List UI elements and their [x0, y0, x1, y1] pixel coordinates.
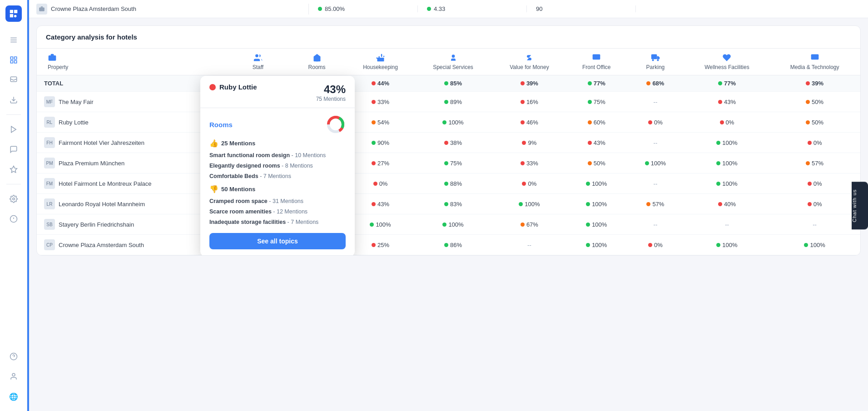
col-header-frontoffice: Front Office — [567, 49, 626, 75]
table-cell[interactable]: 0% — [346, 173, 414, 194]
cell-dot — [444, 141, 448, 145]
see-all-topics-button[interactable]: See all topics — [209, 233, 346, 249]
hotel-avatar: MF — [44, 96, 55, 107]
table-cell[interactable]: 89% — [415, 92, 492, 112]
table-cell[interactable]: 60% — [567, 112, 626, 133]
tooltip-mentions-total: 75 Mentions — [316, 96, 346, 102]
sidebar-item-list[interactable] — [5, 31, 23, 49]
table-cell[interactable]: -- — [685, 214, 769, 235]
table-cell[interactable]: 100% — [769, 235, 860, 255]
table-cell[interactable]: 54% — [346, 112, 414, 133]
table-cell[interactable]: 50% — [567, 153, 626, 173]
cell-dot — [806, 100, 810, 104]
table-cell[interactable]: -- — [491, 235, 567, 255]
sidebar-item-settings[interactable] — [5, 190, 23, 208]
table-cell[interactable]: 100% — [685, 235, 769, 255]
sidebar-item-download[interactable] — [5, 91, 23, 109]
svg-point-17 — [12, 373, 15, 376]
table-cell[interactable]: 100% — [567, 194, 626, 214]
table-cell[interactable]: 88% — [415, 173, 492, 194]
table-cell[interactable]: 57% — [769, 153, 860, 173]
mention-item: Elegantly designed rooms - 8 Mentions — [209, 162, 346, 170]
table-cell[interactable]: 0% — [626, 235, 685, 255]
tooltip-positive-count: 25 Mentions — [221, 140, 255, 147]
cell-dot — [522, 141, 526, 145]
table-cell[interactable]: 27% — [346, 153, 414, 173]
table-cell[interactable]: 85% — [415, 75, 492, 92]
table-cell[interactable]: 100% — [626, 153, 685, 173]
table-cell[interactable]: 33% — [346, 92, 414, 112]
table-cell[interactable]: -- — [769, 214, 860, 235]
cell-dot — [521, 81, 525, 85]
app-logo[interactable] — [5, 5, 22, 22]
sidebar-item-account[interactable] — [5, 367, 23, 386]
table-cell[interactable]: 44% — [346, 75, 414, 92]
table-cell[interactable]: 0% — [769, 133, 860, 153]
table-cell[interactable]: 68% — [626, 75, 685, 92]
table-cell[interactable]: 100% — [415, 214, 492, 235]
sidebar-item-grid[interactable] — [5, 51, 23, 69]
table-cell[interactable]: 67% — [491, 214, 567, 235]
sidebar-item-help[interactable] — [5, 347, 23, 366]
table-cell[interactable]: 39% — [769, 75, 860, 92]
chat-with-us-button[interactable]: Chat with us — [852, 182, 868, 229]
table-cell[interactable]: 57% — [626, 194, 685, 214]
table-cell[interactable]: 50% — [769, 112, 860, 133]
table-cell[interactable]: 9% — [491, 133, 567, 153]
table-cell[interactable]: -- — [626, 214, 685, 235]
table-row-name: TOTAL — [37, 75, 228, 92]
sidebar-item-play[interactable] — [5, 120, 23, 139]
sidebar-item-star[interactable] — [5, 160, 23, 178]
table-cell[interactable]: 0% — [626, 112, 685, 133]
table-cell[interactable]: 100% — [567, 173, 626, 194]
table-cell[interactable]: 43% — [346, 194, 414, 214]
table-cell[interactable]: 50% — [769, 92, 860, 112]
cell-dot — [588, 120, 592, 124]
table-cell[interactable]: 43% — [685, 92, 769, 112]
cell-dot — [716, 182, 720, 186]
table-cell[interactable]: 100% — [685, 173, 769, 194]
table-cell[interactable]: 38% — [415, 133, 492, 153]
table-cell[interactable]: 39% — [491, 75, 567, 92]
table-cell[interactable]: 40% — [685, 194, 769, 214]
table-cell[interactable]: 100% — [346, 214, 414, 235]
table-cell[interactable]: -- — [626, 133, 685, 153]
top-hotel-name-cell: Crowne Plaza Amsterdam South — [36, 4, 309, 15]
table-cell[interactable]: 83% — [415, 194, 492, 214]
table-cell[interactable]: -- — [626, 92, 685, 112]
table-cell[interactable]: 43% — [567, 133, 626, 153]
table-cell[interactable]: 16% — [491, 92, 567, 112]
table-cell[interactable]: -- — [626, 173, 685, 194]
sidebar-item-info[interactable] — [5, 210, 23, 228]
table-cell[interactable]: 100% — [491, 194, 567, 214]
cell-dot — [444, 100, 448, 104]
table-cell[interactable]: 77% — [567, 75, 626, 92]
sidebar-item-chat[interactable] — [5, 140, 23, 158]
table-cell[interactable]: 100% — [685, 153, 769, 173]
col-parking-label: Parking — [646, 64, 665, 70]
table-cell[interactable]: 100% — [567, 214, 626, 235]
table-cell[interactable]: 0% — [769, 173, 860, 194]
table-cell[interactable]: 75% — [415, 153, 492, 173]
table-cell[interactable]: 77% — [685, 75, 769, 92]
table-cell[interactable]: 0% — [685, 112, 769, 133]
tooltip-percentage-section: 43% 75 Mentions — [316, 83, 346, 102]
table-cell[interactable]: 0% — [769, 194, 860, 214]
table-row-name: PMPlaza Premium München — [37, 153, 228, 173]
svg-rect-6 — [14, 61, 16, 63]
table-cell[interactable]: 90% — [346, 133, 414, 153]
table-cell[interactable]: 100% — [685, 133, 769, 153]
table-cell[interactable]: 100% — [415, 112, 492, 133]
table-cell[interactable]: 86% — [415, 235, 492, 255]
table-cell[interactable]: 100% — [567, 235, 626, 255]
table-cell[interactable]: 46% — [491, 112, 567, 133]
cell-dot — [373, 182, 377, 186]
sidebar-item-reviews[interactable] — [5, 71, 23, 89]
col-staff-label: Staff — [253, 64, 263, 70]
cell-dot — [370, 223, 374, 227]
table-cell[interactable]: 33% — [491, 153, 567, 173]
table-cell[interactable]: 75% — [567, 92, 626, 112]
table-cell[interactable]: 25% — [346, 235, 414, 255]
sidebar-item-language[interactable]: 🌐 — [5, 387, 23, 406]
table-cell[interactable]: 0% — [491, 173, 567, 194]
